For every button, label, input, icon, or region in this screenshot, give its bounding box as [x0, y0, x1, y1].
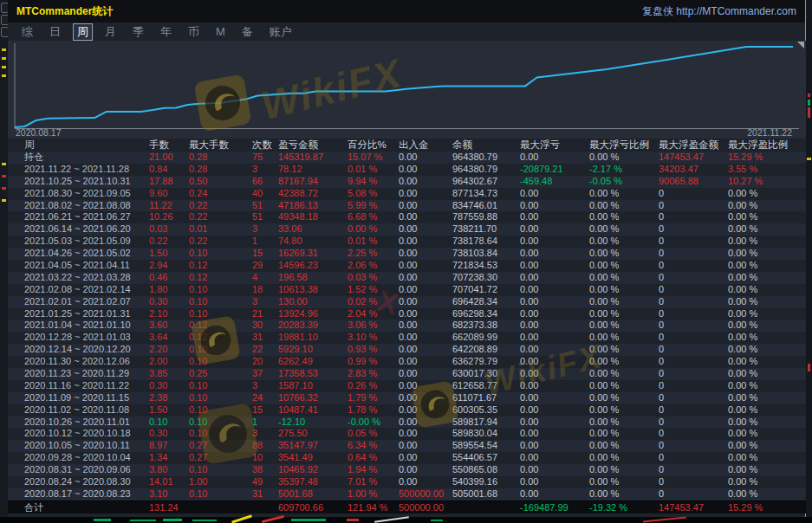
menu-item-currency[interactable]: 币: [184, 23, 204, 41]
menu-item-daily[interactable]: 日: [45, 23, 65, 41]
table-row[interactable]: 2020.11.30 ~ 2020.12.062.000.10206262.49…: [8, 356, 806, 368]
cell-percent: 2.83 %: [348, 368, 399, 380]
cell-percent: 1.78 %: [348, 404, 399, 416]
cell-pnl: 74.80: [278, 236, 348, 248]
cell-deposit: 0.00: [399, 452, 452, 464]
cell-max-float-loss-pct: 0.00 %: [589, 308, 659, 320]
background-fragment: [808, 94, 810, 97]
cell-trades: 51: [252, 211, 278, 223]
background-fragment: [643, 516, 686, 522]
background-fragment: [163, 519, 182, 521]
cell-max-float-profit-pct: 0.00 %: [728, 248, 799, 260]
table-row[interactable]: 2020.12.28 ~ 2021.01.033.640.123119881.1…: [8, 332, 806, 344]
cell-lots: 1.34: [149, 452, 189, 464]
background-fragment: [808, 364, 810, 371]
cell-lots: 2.38: [149, 392, 189, 404]
cell-lots: 0.46: [149, 272, 189, 284]
cell-max-lots: 1.00: [189, 476, 252, 488]
cell-percent: 2.25 %: [348, 248, 399, 260]
cell-max-float-loss: -459.48: [520, 176, 589, 188]
cell-balance: 589830.04: [452, 428, 520, 440]
menu-item-weekly[interactable]: 周: [73, 23, 93, 41]
cell-trades: 10: [252, 452, 278, 464]
cell-deposit: 0.00: [399, 164, 452, 176]
table-row[interactable]: 2021.11.22 ~ 2021.11.280.840.28378.120.0…: [8, 164, 806, 176]
table-row[interactable]: 2021.10.25 ~ 2021.10.3117.880.506687167.…: [8, 176, 806, 188]
table-row[interactable]: 2020.11.23 ~ 2020.11.293.850.253717358.5…: [8, 368, 806, 380]
background-fragment: [374, 516, 409, 523]
cell-trades: 3: [252, 428, 278, 440]
table-row[interactable]: 2021.02.08 ~ 2021.02.141.800.101810613.3…: [8, 284, 806, 296]
cell-max-float-profit-pct: 0.00 %: [728, 488, 799, 500]
cell-max-float-profit-pct: 3.55 %: [728, 164, 799, 176]
site-link[interactable]: 复盘侠 http://MTCommander.com: [642, 4, 796, 19]
table-row[interactable]: 2021.06.14 ~ 2021.06.200.030.01333.060.0…: [8, 223, 806, 236]
cell-percent: 2.06 %: [348, 260, 399, 272]
cell-lots: 3.64: [149, 332, 189, 344]
cell-max-float-profit: 0: [659, 236, 728, 248]
cell-max-float-profit-pct: 0.00 %: [728, 223, 799, 236]
background-fragment: [347, 519, 359, 521]
cell-max-float-profit-pct: 0.00 %: [728, 392, 799, 404]
cell-balance: 505001.68: [452, 488, 520, 500]
cell-balance: 964380.79: [452, 152, 520, 164]
table-row[interactable]: 2020.11.09 ~ 2020.11.152.380.102410766.3…: [8, 392, 806, 404]
table-row[interactable]: 2020.08.17 ~ 2020.08.233.100.10315001.68…: [8, 488, 806, 500]
cell-pnl: 16269.31: [278, 248, 348, 260]
cell-max-float-profit-pct: 0.00 %: [728, 260, 799, 272]
cell-balance: 696428.34: [452, 296, 520, 308]
table-row[interactable]: 2020.10.26 ~ 2020.11.010.100.101-12.10-0…: [8, 416, 806, 429]
table-row[interactable]: 2020.11.16 ~ 2020.11.220.300.1031587.100…: [8, 380, 806, 392]
window-title: MTCommander统计: [16, 4, 113, 19]
table-row[interactable]: 2021.06.21 ~ 2021.06.2710.260.225149348.…: [8, 211, 806, 223]
table-row[interactable]: 2020.08.31 ~ 2020.09.063.800.103810465.9…: [8, 464, 806, 476]
scroll-arrow-icon[interactable]: [797, 42, 804, 48]
menu-item-summary[interactable]: 综: [17, 23, 37, 41]
menu-item-monthly[interactable]: 月: [101, 23, 120, 41]
chart-axis: [15, 43, 799, 129]
cell-pnl: 20283.39: [278, 320, 348, 332]
cell-max-float-loss-pct: 0.00 %: [589, 260, 659, 272]
table-row[interactable]: 2020.09.28 ~ 2020.10.041.340.27103541.49…: [8, 452, 806, 464]
table-row[interactable]: 2021.04.26 ~ 2021.05.021.500.101516269.3…: [8, 248, 806, 260]
cell-deposit: 0.00: [399, 416, 452, 429]
table-row[interactable]: 2021.08.02 ~ 2021.08.0811.220.225147186.…: [8, 200, 806, 212]
menu-item-yearly[interactable]: 年: [156, 23, 176, 41]
table-row[interactable]: 2020.10.05 ~ 2020.10.118.970.278835147.9…: [8, 440, 806, 452]
table-row[interactable]: 2020.12.14 ~ 2020.12.202.200.10225929.10…: [8, 344, 806, 356]
background-fragment: [192, 520, 217, 521]
cell-max-float-loss-pct: 0.00 %: [589, 236, 659, 248]
cell-balance: 630017.30: [452, 368, 520, 380]
menu-item-quarterly[interactable]: 季: [128, 23, 148, 41]
cell-period: 2020.11.23 ~ 2020.11.29: [24, 368, 149, 380]
cell-lots: 2.20: [149, 344, 189, 356]
table-row[interactable]: 2020.11.02 ~ 2020.11.081.500.101510487.4…: [8, 404, 806, 416]
table-row[interactable]: 2021.01.25 ~ 2021.01.312.100.102113924.9…: [8, 308, 806, 320]
cell-max-lots: 0.10: [189, 284, 252, 296]
menu-item-notes[interactable]: 备: [237, 23, 257, 41]
cell-max-float-loss-pct: 0.00 %: [589, 488, 659, 500]
table-row[interactable]: 2021.08.30 ~ 2021.09.059.600.244042388.7…: [8, 188, 806, 200]
cell-pnl: 87167.94: [278, 176, 348, 188]
background-fragment: [2, 48, 6, 51]
table-row[interactable]: 2021.05.03 ~ 2021.05.090.220.22174.800.0…: [8, 236, 806, 248]
table-row[interactable]: 2021.01.04 ~ 2021.01.103.600.123020283.3…: [8, 320, 806, 332]
cell-period: 2021.02.08 ~ 2021.02.14: [24, 284, 149, 296]
cell-lots: 0.10: [149, 416, 189, 429]
cell-lots: 2.94: [149, 260, 189, 272]
table-row[interactable]: 2021.02.01 ~ 2021.02.070.300.103130.000.…: [8, 296, 806, 308]
cell-period: 2021.02.01 ~ 2021.02.07: [24, 296, 149, 308]
table-row[interactable]: 2021.03.22 ~ 2021.03.280.460.124196.580.…: [8, 272, 806, 284]
cell-max-float-profit: 34203.47: [659, 164, 728, 176]
cell-trades: 75: [252, 152, 278, 164]
cell-max-lots: 最大手数: [189, 139, 252, 152]
menu-item-account[interactable]: 账户: [265, 23, 296, 41]
table-row[interactable]: 持仓21.000.2875145319.8715.07 %0.00964380.…: [8, 152, 806, 164]
table-row[interactable]: 2020.08.24 ~ 2020.08.3014.011.004935397.…: [8, 476, 806, 488]
cell-max-float-profit-pct: 0.00 %: [728, 464, 799, 476]
menu-item-m[interactable]: M: [211, 24, 230, 39]
equity-curve: [15, 47, 793, 127]
background-fragment: [2, 74, 6, 77]
table-row[interactable]: 2021.04.05 ~ 2021.04.112.940.122914596.2…: [8, 260, 806, 272]
table-row[interactable]: 2020.10.12 ~ 2020.10.180.300.103275.500.…: [8, 428, 806, 440]
